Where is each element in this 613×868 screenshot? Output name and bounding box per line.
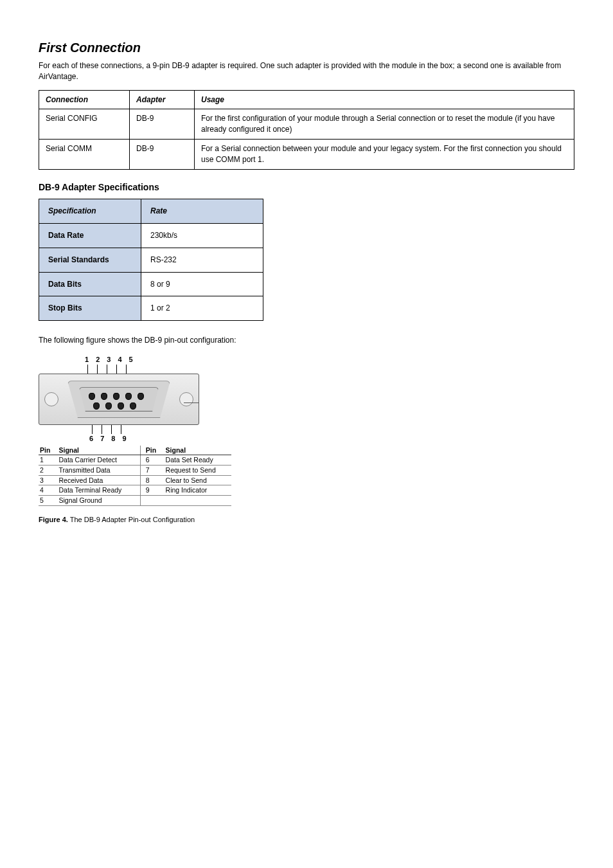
table-row: 2 Transmitted Data 7 Request to Send [39,466,231,476]
mount-hole-icon [44,392,58,406]
spec-table: Specification Rate Data Rate 230kb/s Ser… [39,199,263,321]
cell: Received Data [57,475,140,485]
th-usage: Usage [195,90,574,109]
cell: Clear to Send [164,475,231,485]
cell: 5 [39,496,57,506]
cell-label: Serial Standards [39,248,141,272]
th-pin: Pin [39,446,57,455]
pin-num: 8 [111,434,115,444]
table-row: Data Rate 230kb/s [39,223,263,248]
th-signal: Signal [164,446,231,455]
figure-caption-text: The DB-9 Adapter Pin-out Configuration [68,516,195,523]
cell: Data Set Ready [164,455,231,466]
table-row: Serial Standards RS-232 [39,248,263,272]
cell: Transmitted Data [57,466,140,476]
table-row: Serial COMM DB-9 For a Serial connection… [39,139,574,169]
table-row: Data Bits 8 or 9 [39,272,263,296]
cell: 8 [140,475,164,485]
cell: DB-9 [130,109,195,140]
pin-num: 9 [122,434,126,444]
th-spec: Specification [39,199,141,224]
cell: 4 [39,485,57,496]
cell: 3 [39,475,57,485]
cell: 1 [39,455,57,466]
cell: 6 [140,455,164,466]
pin-num: 5 [129,355,133,365]
db9-diagram: 1 2 3 4 5 6 7 8 9 Pin [39,355,574,506]
section-title: First Connection [39,39,574,57]
cell: Request to Send [164,466,231,476]
intro-paragraph: For each of these connections, a 9-pin D… [39,60,574,82]
cell-label: Stop Bits [39,296,141,321]
cell: For a Serial connection between your mod… [195,139,574,169]
table-row: 3 Received Data 8 Clear to Send [39,475,231,485]
pin-num: 6 [89,434,93,444]
cell: Signal Ground [57,496,140,506]
table-row: 1 Data Carrier Detect 6 Data Set Ready [39,455,231,466]
cell: Serial CONFIG [39,109,130,140]
th-pin: Pin [140,446,164,455]
figure-caption: Figure 4. The DB-9 Adapter Pin-out Confi… [39,515,574,525]
pin-num: 4 [118,355,121,365]
table-row: 5 Signal Ground [39,496,231,506]
connection-table: Connection Adapter Usage Serial CONFIG D… [39,90,574,170]
cell: 9 [140,485,164,496]
pin-num: 1 [85,355,89,365]
figure-intro: The following figure shows the DB-9 pin-… [39,335,574,346]
cell-value: 230kb/s [141,223,263,248]
cell: 2 [39,466,57,476]
table-row: 4 Data Terminal Ready 9 Ring Indicator [39,485,231,496]
db9-connector-icon [39,374,199,425]
figure-number: Figure 4. [39,516,68,523]
cell [140,496,164,506]
cell-label: Data Bits [39,272,141,296]
cell: For the first configuration of your modu… [195,109,574,140]
th-adapter: Adapter [130,90,195,109]
cell: Ring Indicator [164,485,231,496]
pin-num: 7 [100,434,104,444]
cell-label: Data Rate [39,223,141,248]
table-row: Serial CONFIG DB-9 For the first configu… [39,109,574,140]
cell: 7 [140,466,164,476]
cell: Data Terminal Ready [57,485,140,496]
cell-value: RS-232 [141,248,263,272]
th-signal: Signal [57,446,140,455]
pin-num: 2 [96,355,100,365]
cell-value: 8 or 9 [141,272,263,296]
cell-value: 1 or 2 [141,296,263,321]
th-connection: Connection [39,90,130,109]
cell [164,496,231,506]
cell: DB-9 [130,139,195,169]
spec-heading: DB-9 Adapter Specifications [39,181,574,194]
cell: Data Carrier Detect [57,455,140,466]
cell: Serial COMM [39,139,130,169]
pinout-table: Pin Signal Pin Signal 1 Data Carrier Det… [39,446,231,506]
pin-num: 3 [107,355,111,365]
table-row: Stop Bits 1 or 2 [39,296,263,321]
th-rate: Rate [141,199,263,224]
